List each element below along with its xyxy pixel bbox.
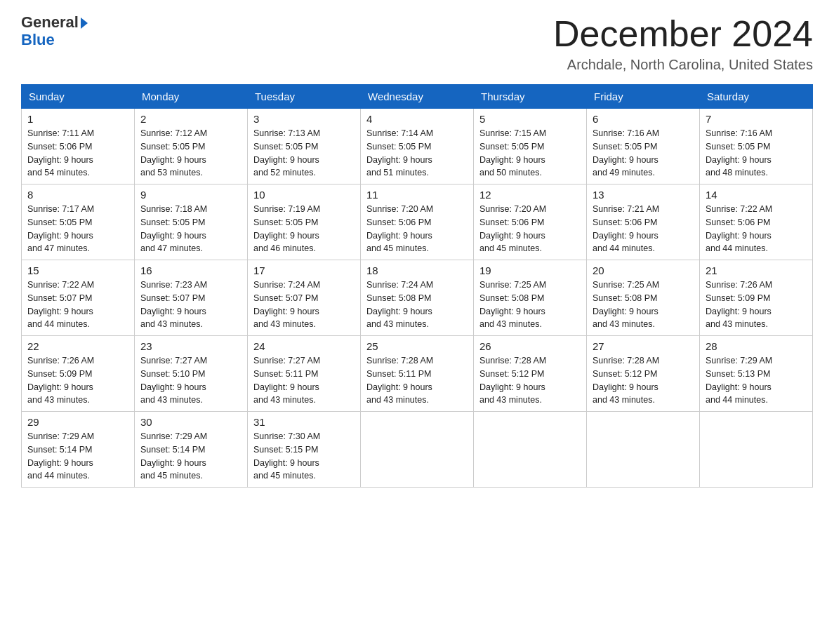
day-number: 20 <box>593 264 694 276</box>
calendar-header-wednesday: Wednesday <box>361 85 474 109</box>
calendar-table: SundayMondayTuesdayWednesdayThursdayFrid… <box>21 84 813 488</box>
calendar-cell: 17Sunrise: 7:24 AMSunset: 5:07 PMDayligh… <box>248 260 361 336</box>
day-info: Sunrise: 7:22 AMSunset: 5:06 PMDaylight:… <box>706 203 807 255</box>
day-info: Sunrise: 7:19 AMSunset: 5:05 PMDaylight:… <box>253 203 355 255</box>
calendar-header-thursday: Thursday <box>474 85 587 109</box>
calendar-cell: 4Sunrise: 7:14 AMSunset: 5:05 PMDaylight… <box>361 109 474 185</box>
day-number: 30 <box>140 416 241 428</box>
calendar-cell: 9Sunrise: 7:18 AMSunset: 5:05 PMDaylight… <box>135 185 248 260</box>
day-number: 25 <box>366 340 468 352</box>
calendar-cell: 24Sunrise: 7:27 AMSunset: 5:11 PMDayligh… <box>248 336 361 412</box>
day-info: Sunrise: 7:24 AMSunset: 5:07 PMDaylight:… <box>253 279 355 331</box>
day-info: Sunrise: 7:20 AMSunset: 5:06 PMDaylight:… <box>479 203 581 255</box>
calendar-cell: 21Sunrise: 7:26 AMSunset: 5:09 PMDayligh… <box>700 260 813 336</box>
day-number: 10 <box>253 189 355 201</box>
calendar-cell: 2Sunrise: 7:12 AMSunset: 5:05 PMDaylight… <box>135 109 248 185</box>
calendar-cell: 15Sunrise: 7:22 AMSunset: 5:07 PMDayligh… <box>22 260 135 336</box>
logo: General Blue <box>21 14 88 49</box>
calendar-cell: 14Sunrise: 7:22 AMSunset: 5:06 PMDayligh… <box>700 185 813 260</box>
calendar-cell: 3Sunrise: 7:13 AMSunset: 5:05 PMDaylight… <box>248 109 361 185</box>
calendar-cell: 31Sunrise: 7:30 AMSunset: 5:15 PMDayligh… <box>248 412 361 488</box>
title-area: December 2024 Archdale, North Carolina, … <box>553 14 813 73</box>
day-info: Sunrise: 7:20 AMSunset: 5:06 PMDaylight:… <box>366 203 468 255</box>
calendar-week-row: 15Sunrise: 7:22 AMSunset: 5:07 PMDayligh… <box>22 260 813 336</box>
day-number: 21 <box>706 264 807 276</box>
day-number: 17 <box>253 264 355 276</box>
day-number: 6 <box>593 113 694 125</box>
calendar-cell: 16Sunrise: 7:23 AMSunset: 5:07 PMDayligh… <box>135 260 248 336</box>
day-number: 7 <box>706 113 807 125</box>
calendar-week-row: 8Sunrise: 7:17 AMSunset: 5:05 PMDaylight… <box>22 185 813 260</box>
day-number: 29 <box>27 416 128 428</box>
day-number: 31 <box>253 416 355 428</box>
day-info: Sunrise: 7:25 AMSunset: 5:08 PMDaylight:… <box>593 279 694 331</box>
day-number: 11 <box>366 189 468 201</box>
day-number: 3 <box>253 113 355 125</box>
day-info: Sunrise: 7:30 AMSunset: 5:15 PMDaylight:… <box>253 430 355 483</box>
day-info: Sunrise: 7:28 AMSunset: 5:11 PMDaylight:… <box>366 354 468 407</box>
day-number: 23 <box>140 340 241 352</box>
day-info: Sunrise: 7:29 AMSunset: 5:14 PMDaylight:… <box>27 430 128 483</box>
calendar-cell: 11Sunrise: 7:20 AMSunset: 5:06 PMDayligh… <box>361 185 474 260</box>
day-info: Sunrise: 7:25 AMSunset: 5:08 PMDaylight:… <box>479 279 581 331</box>
logo-blue-text: Blue <box>21 31 55 49</box>
calendar-cell <box>587 412 700 488</box>
day-info: Sunrise: 7:11 AMSunset: 5:06 PMDaylight:… <box>27 127 128 180</box>
day-info: Sunrise: 7:14 AMSunset: 5:05 PMDaylight:… <box>366 127 468 180</box>
logo-general-text: General <box>21 14 79 31</box>
day-number: 18 <box>366 264 468 276</box>
calendar-cell: 28Sunrise: 7:29 AMSunset: 5:13 PMDayligh… <box>700 336 813 412</box>
location-title: Archdale, North Carolina, United States <box>553 57 813 73</box>
day-info: Sunrise: 7:28 AMSunset: 5:12 PMDaylight:… <box>593 354 694 407</box>
day-number: 14 <box>706 189 807 201</box>
day-info: Sunrise: 7:23 AMSunset: 5:07 PMDaylight:… <box>140 279 241 331</box>
day-info: Sunrise: 7:22 AMSunset: 5:07 PMDaylight:… <box>27 279 128 331</box>
day-number: 19 <box>479 264 581 276</box>
calendar-cell: 8Sunrise: 7:17 AMSunset: 5:05 PMDaylight… <box>22 185 135 260</box>
calendar-cell: 27Sunrise: 7:28 AMSunset: 5:12 PMDayligh… <box>587 336 700 412</box>
calendar-cell: 18Sunrise: 7:24 AMSunset: 5:08 PMDayligh… <box>361 260 474 336</box>
day-info: Sunrise: 7:13 AMSunset: 5:05 PMDaylight:… <box>253 127 355 180</box>
day-info: Sunrise: 7:12 AMSunset: 5:05 PMDaylight:… <box>140 127 241 180</box>
calendar-header-row: SundayMondayTuesdayWednesdayThursdayFrid… <box>22 85 813 109</box>
calendar-cell: 23Sunrise: 7:27 AMSunset: 5:10 PMDayligh… <box>135 336 248 412</box>
calendar-cell: 22Sunrise: 7:26 AMSunset: 5:09 PMDayligh… <box>22 336 135 412</box>
day-number: 16 <box>140 264 241 276</box>
calendar-cell: 26Sunrise: 7:28 AMSunset: 5:12 PMDayligh… <box>474 336 587 412</box>
page-header: General Blue December 2024 Archdale, Nor… <box>21 14 813 73</box>
day-info: Sunrise: 7:18 AMSunset: 5:05 PMDaylight:… <box>140 203 241 255</box>
calendar-week-row: 29Sunrise: 7:29 AMSunset: 5:14 PMDayligh… <box>22 412 813 488</box>
calendar-cell: 30Sunrise: 7:29 AMSunset: 5:14 PMDayligh… <box>135 412 248 488</box>
calendar-cell: 1Sunrise: 7:11 AMSunset: 5:06 PMDaylight… <box>22 109 135 185</box>
day-number: 15 <box>27 264 128 276</box>
calendar-cell: 10Sunrise: 7:19 AMSunset: 5:05 PMDayligh… <box>248 185 361 260</box>
day-number: 4 <box>366 113 468 125</box>
calendar-cell: 12Sunrise: 7:20 AMSunset: 5:06 PMDayligh… <box>474 185 587 260</box>
day-info: Sunrise: 7:29 AMSunset: 5:14 PMDaylight:… <box>140 430 241 483</box>
calendar-cell: 29Sunrise: 7:29 AMSunset: 5:14 PMDayligh… <box>22 412 135 488</box>
day-number: 2 <box>140 113 241 125</box>
calendar-cell <box>474 412 587 488</box>
calendar-header-monday: Monday <box>135 85 248 109</box>
day-info: Sunrise: 7:16 AMSunset: 5:05 PMDaylight:… <box>593 127 694 180</box>
day-info: Sunrise: 7:21 AMSunset: 5:06 PMDaylight:… <box>593 203 694 255</box>
day-number: 9 <box>140 189 241 201</box>
calendar-cell: 7Sunrise: 7:16 AMSunset: 5:05 PMDaylight… <box>700 109 813 185</box>
calendar-cell: 5Sunrise: 7:15 AMSunset: 5:05 PMDaylight… <box>474 109 587 185</box>
day-info: Sunrise: 7:17 AMSunset: 5:05 PMDaylight:… <box>27 203 128 255</box>
day-number: 24 <box>253 340 355 352</box>
day-number: 8 <box>27 189 128 201</box>
calendar-header-sunday: Sunday <box>22 85 135 109</box>
day-info: Sunrise: 7:26 AMSunset: 5:09 PMDaylight:… <box>27 354 128 407</box>
calendar-cell: 19Sunrise: 7:25 AMSunset: 5:08 PMDayligh… <box>474 260 587 336</box>
day-number: 27 <box>593 340 694 352</box>
day-info: Sunrise: 7:28 AMSunset: 5:12 PMDaylight:… <box>479 354 581 407</box>
day-info: Sunrise: 7:27 AMSunset: 5:11 PMDaylight:… <box>253 354 355 407</box>
day-info: Sunrise: 7:24 AMSunset: 5:08 PMDaylight:… <box>366 279 468 331</box>
day-number: 1 <box>27 113 128 125</box>
calendar-week-row: 1Sunrise: 7:11 AMSunset: 5:06 PMDaylight… <box>22 109 813 185</box>
logo-triangle-icon <box>81 18 88 29</box>
calendar-cell: 25Sunrise: 7:28 AMSunset: 5:11 PMDayligh… <box>361 336 474 412</box>
day-number: 5 <box>479 113 581 125</box>
day-number: 22 <box>27 340 128 352</box>
